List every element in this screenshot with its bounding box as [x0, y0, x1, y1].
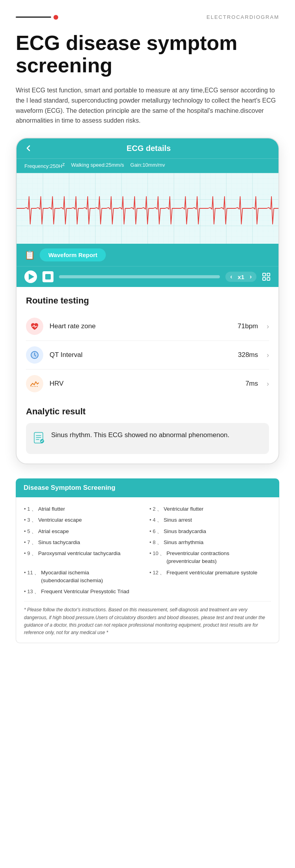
disease-item-8: • 8 、 Sinus arrhythmia — [149, 539, 271, 546]
disease-items-grid: • 1 、 Atrial flutter • 2 、 Ventricular f… — [24, 505, 271, 596]
svg-rect-6 — [267, 278, 270, 280]
ecg-waveform — [17, 173, 278, 244]
disease-item-2: • 2 、 Ventricular flutter — [149, 505, 271, 513]
routine-testing-title: Routine testing — [26, 296, 269, 306]
analytic-icon — [32, 431, 46, 447]
disease-item-13: • 13 、 Frequent Ventricular Presystolic … — [24, 588, 271, 596]
controls-bar: ‹ x1 › — [17, 266, 278, 287]
heart-rate-label: Heart rate zone — [50, 322, 231, 330]
top-bar: ELECTROCARDIOGRAM — [0, 0, 295, 20]
hrv-icon — [26, 375, 43, 392]
hrv-value: 7ms — [245, 380, 258, 388]
ecg-header: ECG details — [17, 138, 278, 158]
phone-mockup: ECG details Frequency:250Hz Walking spee… — [16, 138, 279, 464]
svg-rect-4 — [267, 273, 270, 276]
line-red-dot — [53, 15, 58, 20]
disease-screening-title: Disease Symptom Screening — [24, 484, 115, 491]
frequency-bar: Frequency:250Hz Walking speed:25mm/s Gai… — [17, 158, 278, 173]
disease-item-11: • 11 、 Myocardial ischemia(subendocardia… — [24, 569, 146, 585]
fullscreen-button[interactable] — [262, 272, 271, 281]
disease-screening-section: Disease Symptom Screening • 1 、 Atrial f… — [16, 478, 279, 643]
gain-label: Gain:10mm/mv — [130, 162, 165, 168]
qt-interval-value: 328ms — [238, 351, 258, 359]
disease-disclaimer: * Please follow the doctor's instruction… — [24, 606, 271, 636]
hrv-row[interactable]: HRV 7ms › — [26, 370, 269, 398]
disease-divider — [24, 601, 271, 601]
disease-item-1: • 1 、 Atrial flutter — [24, 505, 146, 513]
ecg-details-title: ECG details — [36, 144, 261, 153]
heart-rate-value: 71bpm — [238, 322, 258, 330]
disease-item-5: • 5 、 Atrial escape — [24, 528, 146, 535]
analytic-card: Sinus rhythm. This ECG showed no abnorma… — [26, 423, 269, 454]
heart-rate-chevron: › — [267, 322, 269, 331]
qt-interval-label: QT Interval — [50, 351, 232, 359]
speed-increase-button[interactable]: › — [250, 273, 252, 280]
disease-screening-header: Disease Symptom Screening — [16, 478, 279, 497]
disease-item-6: • 6 、 Sinus bradycardia — [149, 528, 271, 535]
waveform-report-button[interactable]: Waveform Report — [40, 248, 106, 261]
document-icon: 📋 — [24, 250, 35, 260]
disease-screening-body: • 1 、 Atrial flutter • 2 、 Ventricular f… — [16, 497, 279, 643]
qt-interval-icon — [26, 346, 43, 364]
disease-item-4: • 4 、 Sinus arrest — [149, 516, 271, 524]
speed-value: x1 — [236, 274, 247, 280]
heart-rate-row[interactable]: Heart rate zone 71bpm › — [26, 312, 269, 341]
heart-rate-icon — [26, 318, 43, 335]
hrv-label: HRV — [50, 380, 239, 388]
svg-rect-5 — [263, 278, 266, 280]
disease-item-10: • 10 、 Preventricular contractions(preve… — [149, 550, 271, 566]
hero-description: Wrist ECG test function, smart and porta… — [16, 85, 279, 125]
disease-item-9: • 9 、 Paroxysmal ventricular tachycardia — [24, 550, 146, 566]
back-button[interactable] — [24, 144, 32, 152]
routine-testing-section: Routine testing Heart rate zone 71bpm › … — [17, 287, 278, 398]
top-line-decoration — [16, 15, 58, 20]
disease-item-12: • 12 、 Frequent ventricular premature sy… — [149, 569, 271, 585]
category-label: ELECTROCARDIOGRAM — [206, 14, 279, 20]
progress-bar[interactable] — [59, 275, 220, 278]
analytic-result-title: Analytic result — [26, 406, 269, 417]
line-black — [16, 17, 51, 18]
qt-interval-row[interactable]: QT Interval 328ms › — [26, 341, 269, 370]
hero-section: ECG disease symptom screening Wrist ECG … — [0, 20, 295, 126]
analytic-result-section: Analytic result Sinus rhythm. This ECG s… — [17, 398, 278, 463]
stop-button[interactable] — [42, 271, 53, 282]
speed-decrease-button[interactable]: ‹ — [230, 273, 232, 280]
waveform-bar: 📋 Waveform Report — [17, 244, 278, 266]
frequency-label: Frequency:250Hz — [24, 161, 65, 169]
analytic-result-text: Sinus rhythm. This ECG showed no abnorma… — [51, 430, 229, 440]
play-button[interactable] — [24, 270, 37, 283]
svg-rect-3 — [263, 273, 266, 276]
disease-item-7: • 7 、 Sinus tachycardia — [24, 539, 146, 546]
speed-control: ‹ x1 › — [225, 272, 256, 282]
hrv-chevron: › — [267, 380, 269, 388]
disease-item-3: • 3 、 Ventricular escape — [24, 516, 146, 524]
hero-title: ECG disease symptom screening — [16, 32, 279, 77]
qt-interval-chevron: › — [267, 351, 269, 359]
walking-speed-label: Walking speed:25mm/s — [71, 162, 124, 168]
